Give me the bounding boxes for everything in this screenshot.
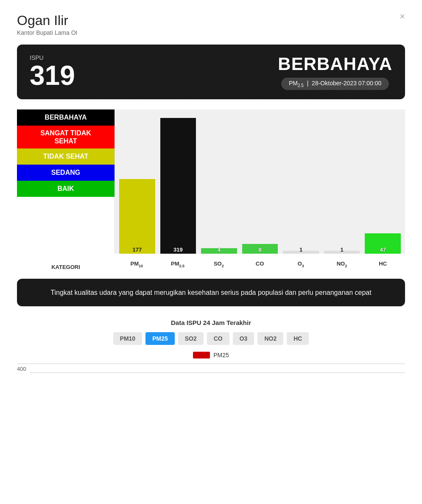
bar-col-o3: 1 — [283, 109, 319, 254]
ispu-detail: PM2.5 | 28-Oktober-2023 07:00:00 — [281, 78, 389, 90]
ispu-right: BERBAHAYA PM2.5 | 28-Oktober-2023 07:00:… — [278, 54, 392, 90]
data-title: Data ISPU 24 Jam Terakhir — [17, 319, 405, 326]
cat-baik: BAIK — [17, 181, 115, 197]
bar-col-no2: 1 — [324, 109, 360, 254]
bar-value-pm2.5: 319 — [173, 246, 183, 253]
page-subtitle: Kantor Bupati Lama OI — [17, 29, 405, 36]
bar-fill-hc: 47 — [365, 233, 401, 254]
bar-value-co: 8 — [258, 246, 261, 253]
pollutant-label-o3: O3 — [283, 260, 319, 270]
bar-col-co: 8 — [242, 109, 278, 254]
legend-label: PM25 — [213, 352, 229, 358]
bar-fill-so2: 4 — [201, 248, 237, 254]
info-box: Tingkat kualitas udara yang dapat merugi… — [17, 279, 405, 307]
bar-fill-no2: 1 — [324, 251, 360, 253]
page-header: Ogan Ilir Kantor Bupati Lama OI — [17, 13, 405, 36]
ispu-number: 319 — [30, 62, 75, 89]
pollutant-label-pm2.5: PM2.5 — [160, 260, 196, 270]
tab-no2[interactable]: NO2 — [257, 332, 283, 345]
category-legend: BERBAHAYA SANGAT TIDAKSEHAT TIDAK SEHAT … — [17, 109, 115, 256]
bar-col-pm10: 177 — [119, 109, 155, 254]
page-title: Ogan Ilir — [17, 13, 405, 28]
legend-row: PM25 — [17, 352, 405, 358]
cat-sedang: SEDANG — [17, 165, 115, 181]
cat-berbahaya: BERBAHAYA — [17, 109, 115, 126]
pollutant-label-co: CO — [242, 260, 278, 270]
time-chart: 400 — [17, 364, 405, 373]
tabs-row: PM10PM25SO2COO3NO2HC — [17, 332, 405, 345]
pollutant-label-so2: SO2 — [201, 260, 237, 270]
ispu-left: ISPU 319 — [30, 54, 75, 89]
ispu-status: BERBAHAYA — [278, 54, 392, 74]
bar-fill-pm2.5: 319 — [160, 118, 196, 254]
tab-pm25[interactable]: PM25 — [145, 332, 175, 345]
info-text: Tingkat kualitas udara yang dapat merugi… — [50, 289, 371, 296]
tab-co[interactable]: CO — [207, 332, 229, 345]
tab-hc[interactable]: HC — [287, 332, 309, 345]
pollutant-label-pm10: PM10 — [119, 260, 155, 270]
bar-chart: 177319481147 — [115, 109, 405, 254]
cat-tidak: TIDAK SEHAT — [17, 148, 115, 165]
close-button[interactable]: × — [400, 12, 405, 21]
bar-col-hc: 47 — [365, 109, 401, 254]
bar-value-pm10: 177 — [132, 246, 142, 253]
y-axis-label: 400 — [17, 366, 26, 373]
chart-divider — [30, 372, 405, 373]
bar-fill-co: 8 — [242, 244, 278, 253]
bar-value-hc: 47 — [380, 246, 386, 253]
bar-value-o3: 1 — [299, 246, 302, 253]
ispu-card: ISPU 319 BERBAHAYA PM2.5 | 28-Oktober-20… — [17, 45, 405, 99]
cat-sangat: SANGAT TIDAKSEHAT — [17, 126, 115, 148]
bar-fill-pm10: 177 — [119, 179, 155, 254]
bar-labels-row — [115, 254, 405, 256]
bar-col-pm2.5: 319 — [160, 109, 196, 254]
pollutant-label-hc: HC — [365, 260, 401, 270]
bar-value-no2: 1 — [341, 246, 344, 253]
kategori-label: KATEGORI — [17, 260, 115, 270]
data-section: Data ISPU 24 Jam Terakhir PM10PM25SO2COO… — [17, 319, 405, 373]
tab-pm10[interactable]: PM10 — [113, 332, 143, 345]
pollutant-label-no2: NO2 — [324, 260, 360, 270]
tab-o3[interactable]: O3 — [233, 332, 254, 345]
legend-color-swatch — [193, 352, 210, 358]
bar-fill-o3: 1 — [283, 251, 319, 253]
tab-so2[interactable]: SO2 — [178, 332, 204, 345]
bar-col-so2: 4 — [201, 109, 237, 254]
bar-value-so2: 4 — [218, 246, 221, 253]
